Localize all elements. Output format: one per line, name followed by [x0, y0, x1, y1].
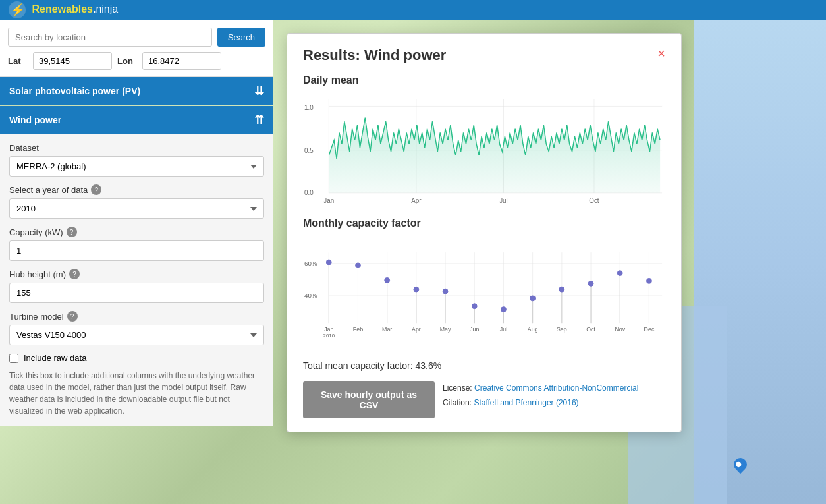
search-button[interactable]: Search [217, 28, 265, 47]
raw-data-help-text: Tick this box to include additional colu… [9, 370, 264, 417]
svg-text:60%: 60% [304, 260, 317, 267]
turbine-help-icon[interactable]: ? [67, 311, 78, 322]
svg-point-43 [443, 289, 448, 294]
modal-header: Results: Wind power × [303, 47, 665, 64]
total-mean-label: Total mean capacity factor: 43.6% [303, 360, 665, 371]
header: ⚡ Renewables.ninja [0, 0, 826, 20]
citation-link[interactable]: Staffell and Pfenninger (2016) [474, 398, 578, 407]
search-input[interactable] [8, 28, 212, 47]
svg-text:Feb: Feb [353, 326, 363, 333]
svg-text:0.0: 0.0 [304, 188, 314, 197]
dataset-label: Dataset [9, 143, 39, 153]
svg-text:Jun: Jun [470, 326, 479, 333]
svg-point-41 [414, 287, 419, 292]
svg-point-39 [385, 277, 390, 283]
year-select[interactable]: 2010 2011 2012 [9, 198, 264, 219]
svg-text:Aug: Aug [528, 326, 538, 333]
logo: ⚡ Renewables.ninja [8, 1, 118, 19]
capacity-group: Capacity (kW) ? [9, 227, 264, 261]
hub-height-group: Hub height (m) ? [9, 269, 264, 303]
capacity-input[interactable] [9, 240, 264, 261]
dataset-select[interactable]: MERRA-2 (global) MERRA-2 (Europe) ERA5 (… [9, 156, 264, 177]
svg-text:Jan: Jan [324, 326, 333, 333]
svg-text:40%: 40% [304, 292, 317, 299]
wind-chevron-icon: ⇈ [254, 113, 264, 127]
svg-point-57 [647, 278, 652, 283]
search-bar: Search Lat Lon [0, 20, 273, 77]
svg-text:Jan: Jan [323, 196, 334, 204]
svg-text:Mar: Mar [382, 326, 392, 333]
daily-mean-section: Daily mean 1.0 0.5 0.0 [303, 74, 665, 204]
turbine-group: Turbine model ? Vestas V150 4000 Vestas … [9, 311, 264, 345]
solar-section-header[interactable]: Solar photovoltaic power (PV) ⇊ [0, 77, 273, 105]
year-group: Select a year of data ? 2010 2011 2012 [9, 184, 264, 219]
lon-input[interactable] [142, 52, 221, 70]
raw-data-group: Include raw data [9, 353, 264, 363]
capacity-label: Capacity (kW) [9, 227, 63, 237]
logo-ninja: ninja [96, 3, 118, 14]
results-modal: Results: Wind power × Daily mean 1.0 0.5… [287, 33, 682, 432]
svg-point-37 [356, 263, 361, 268]
svg-text:Dec: Dec [644, 326, 655, 333]
svg-point-35 [326, 260, 331, 265]
svg-text:Jul: Jul [499, 196, 508, 204]
svg-text:May: May [440, 326, 451, 333]
lat-label: Lat [8, 56, 28, 66]
close-button[interactable]: × [657, 47, 665, 60]
svg-point-55 [617, 271, 622, 276]
wind-form: Dataset MERRA-2 (global) MERRA-2 (Europe… [0, 134, 273, 426]
year-label: Select a year of data [9, 185, 88, 195]
turbine-select[interactable]: Vestas V150 4000 Vestas V110 2000 Siemen… [9, 325, 264, 345]
dataset-group: Dataset MERRA-2 (global) MERRA-2 (Europe… [9, 143, 264, 177]
svg-text:Nov: Nov [615, 326, 625, 333]
modal-title: Results: Wind power [303, 47, 446, 64]
lat-input[interactable] [33, 52, 112, 70]
svg-text:Apr: Apr [411, 196, 422, 204]
svg-text:1.0: 1.0 [304, 103, 314, 111]
svg-text:Oct: Oct [586, 326, 595, 333]
svg-point-47 [501, 307, 507, 312]
capacity-help-icon[interactable]: ? [67, 227, 77, 237]
bottom-row: Save hourly output as CSV License: Creat… [303, 381, 665, 418]
lon-label: Lon [117, 56, 137, 66]
raw-data-label[interactable]: Include raw data [24, 353, 86, 363]
svg-text:2010: 2010 [322, 204, 335, 204]
svg-text:Sep: Sep [557, 326, 567, 333]
license-section: License: Creative Commons Attribution-No… [443, 381, 638, 410]
daily-mean-chart: 1.0 0.5 0.0 [303, 99, 665, 204]
svg-text:Apr: Apr [412, 326, 421, 333]
monthly-capacity-title: Monthly capacity factor [303, 217, 665, 235]
year-help-icon[interactable]: ? [91, 184, 101, 195]
svg-point-51 [559, 287, 564, 292]
svg-text:Oct: Oct [589, 196, 599, 204]
wind-section-header[interactable]: Wind power ⇈ [0, 106, 273, 134]
wind-section-title: Wind power [9, 115, 61, 125]
svg-point-53 [588, 281, 593, 286]
logo-brand: Renewables [32, 3, 92, 14]
save-csv-button[interactable]: Save hourly output as CSV [303, 381, 435, 418]
svg-text:⚡: ⚡ [11, 3, 26, 17]
monthly-capacity-section: Monthly capacity factor 60% 40% [303, 217, 665, 347]
citation-label: Citation: [443, 398, 472, 407]
svg-text:2010: 2010 [323, 333, 335, 339]
daily-mean-title: Daily mean [303, 74, 665, 92]
left-panel: Search Lat Lon Solar photovoltaic power … [0, 20, 273, 504]
license-link[interactable]: Creative Commons Attribution-NonCommerci… [474, 383, 638, 393]
svg-point-45 [472, 304, 477, 309]
hub-height-help-icon[interactable]: ? [69, 269, 80, 279]
svg-text:0.5: 0.5 [304, 146, 314, 155]
license-label: License: [443, 383, 472, 393]
turbine-label: Turbine model [9, 312, 64, 322]
monthly-capacity-chart: 60% 40% [303, 242, 665, 347]
svg-text:Jul: Jul [500, 326, 507, 333]
hub-height-input[interactable] [9, 283, 264, 303]
svg-point-49 [530, 296, 536, 301]
solar-chevron-icon: ⇊ [254, 84, 264, 98]
hub-height-label: Hub height (m) [9, 269, 66, 279]
solar-section-title: Solar photovoltaic power (PV) [9, 86, 140, 96]
raw-data-checkbox[interactable] [9, 354, 18, 363]
